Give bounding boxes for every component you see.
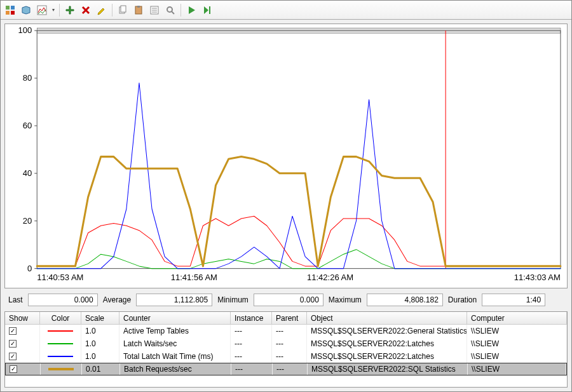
parent-cell: ---	[272, 337, 307, 350]
new-set-icon[interactable]	[19, 3, 33, 17]
col-show[interactable]: Show	[5, 312, 40, 324]
col-computer[interactable]: Computer	[467, 312, 567, 324]
add-icon[interactable]	[63, 3, 77, 17]
svg-text:11:42:26 AM: 11:42:26 AM	[307, 273, 353, 282]
show-checkbox[interactable]: ✓	[10, 365, 17, 373]
scale-cell: 1.0	[81, 325, 119, 337]
col-instance[interactable]: Instance	[231, 312, 272, 324]
svg-rect-15	[209, 6, 210, 14]
max-value: 4,808.182	[367, 294, 443, 306]
svg-text:20: 20	[23, 216, 32, 226]
grid-row[interactable]: ✓1.0Total Latch Wait Time (ms)------MSSQ…	[5, 350, 567, 363]
chart-view-dropdown[interactable]: ▾	[51, 7, 56, 13]
computer-cell: \\SLIEW	[467, 337, 567, 350]
grid-row[interactable]: ✓1.0Latch Waits/sec------MSSQL$SQLSERVER…	[5, 337, 567, 350]
svg-text:11:43:03 AM: 11:43:03 AM	[514, 273, 561, 282]
chart-area[interactable]: 02040608010011:40:53 AM11:41:56 AM11:42:…	[4, 24, 568, 288]
avg-label: Average	[103, 295, 131, 304]
svg-text:11:41:56 AM: 11:41:56 AM	[171, 273, 217, 282]
last-value: 0.000	[28, 294, 98, 306]
last-label: Last	[8, 295, 23, 304]
svg-text:60: 60	[23, 121, 32, 130]
stats-bar: Last 0.000 Average 1,112.805 Minimum 0.0…	[4, 291, 568, 309]
parent-cell: ---	[272, 350, 307, 363]
dur-value: 1:40	[482, 294, 545, 306]
grid-header[interactable]: Show Color Scale Counter Instance Parent…	[5, 312, 567, 325]
separator	[59, 4, 60, 17]
object-cell: MSSQL$SQLSERVER2022:General Statistics	[307, 325, 467, 337]
object-cell: MSSQL$SQLSERVER2022:Latches	[307, 337, 467, 350]
computer-cell: \\SLIEW	[467, 350, 567, 363]
properties-icon[interactable]	[147, 3, 161, 17]
computer-cell: \\SLIEW	[467, 325, 567, 337]
color-swatch	[48, 343, 73, 344]
parent-cell: ---	[272, 325, 307, 337]
counter-cell: Active Temp Tables	[119, 325, 231, 337]
highlight-icon[interactable]	[95, 3, 109, 17]
avg-value: 1,112.805	[136, 294, 212, 306]
view-group-icon[interactable]	[3, 3, 17, 17]
copy-icon[interactable]	[116, 3, 130, 17]
col-parent[interactable]: Parent	[272, 312, 307, 324]
svg-rect-3	[11, 11, 15, 15]
object-cell: MSSQL$SQLSERVER2022:Latches	[307, 350, 467, 363]
svg-text:100: 100	[18, 25, 32, 35]
svg-rect-8	[137, 6, 140, 8]
svg-line-14	[172, 11, 174, 14]
instance-cell: ---	[231, 363, 273, 375]
svg-rect-2	[6, 11, 10, 15]
svg-rect-6	[121, 6, 126, 12]
find-icon[interactable]	[163, 3, 177, 17]
scale-cell: 1.0	[81, 350, 119, 363]
instance-cell: ---	[231, 350, 272, 363]
counter-cell: Total Latch Wait Time (ms)	[119, 350, 231, 363]
svg-text:80: 80	[23, 73, 32, 83]
counter-grid[interactable]: Show Color Scale Counter Instance Parent…	[4, 311, 568, 388]
counter-cell: Batch Requests/sec	[120, 363, 231, 375]
scale-cell: 0.01	[82, 363, 120, 375]
content-area: 02040608010011:40:53 AM11:41:56 AM11:42:…	[1, 20, 571, 391]
col-counter[interactable]: Counter	[119, 312, 231, 324]
svg-text:40: 40	[23, 168, 32, 178]
instance-cell: ---	[231, 325, 272, 337]
perfmon-window: ▾ 02040608010011:40:53 AM11:41:56 AM11:4…	[0, 0, 572, 392]
counter-cell: Latch Waits/sec	[119, 337, 231, 350]
show-checkbox[interactable]: ✓	[9, 327, 17, 335]
svg-text:0: 0	[27, 264, 32, 273]
separator	[112, 4, 112, 17]
col-object[interactable]: Object	[307, 312, 467, 324]
show-checkbox[interactable]: ✓	[9, 340, 17, 348]
color-swatch	[48, 356, 73, 357]
max-label: Maximum	[329, 295, 362, 304]
svg-rect-1	[11, 6, 15, 10]
dur-label: Duration	[448, 295, 477, 304]
toolbar: ▾	[1, 1, 571, 20]
play-icon[interactable]	[184, 3, 198, 17]
grid-row[interactable]: ✓1.0Active Temp Tables------MSSQL$SQLSER…	[5, 325, 567, 337]
step-icon[interactable]	[200, 3, 214, 17]
chart-view-icon[interactable]	[35, 3, 49, 17]
remove-icon[interactable]	[79, 3, 93, 17]
instance-cell: ---	[231, 337, 272, 350]
min-value: 0.000	[254, 294, 323, 306]
col-scale[interactable]: Scale	[81, 312, 119, 324]
min-label: Minimum	[217, 295, 249, 304]
svg-point-13	[167, 7, 172, 12]
svg-rect-0	[6, 6, 10, 10]
col-color[interactable]: Color	[40, 312, 81, 324]
color-swatch	[48, 330, 73, 332]
grid-row[interactable]: ✓0.01Batch Requests/sec------MSSQL$SQLSE…	[5, 363, 567, 375]
parent-cell: ---	[273, 363, 308, 375]
svg-rect-17	[37, 30, 561, 269]
color-swatch	[48, 368, 74, 370]
separator	[180, 4, 181, 17]
show-checkbox[interactable]: ✓	[9, 353, 17, 360]
computer-cell: \\SLIEW	[468, 363, 566, 375]
svg-text:11:40:53 AM: 11:40:53 AM	[37, 273, 83, 282]
paste-icon[interactable]	[132, 3, 146, 17]
object-cell: MSSQL$SQLSERVER2022:SQL Statistics	[308, 363, 468, 375]
scale-cell: 1.0	[81, 337, 119, 350]
